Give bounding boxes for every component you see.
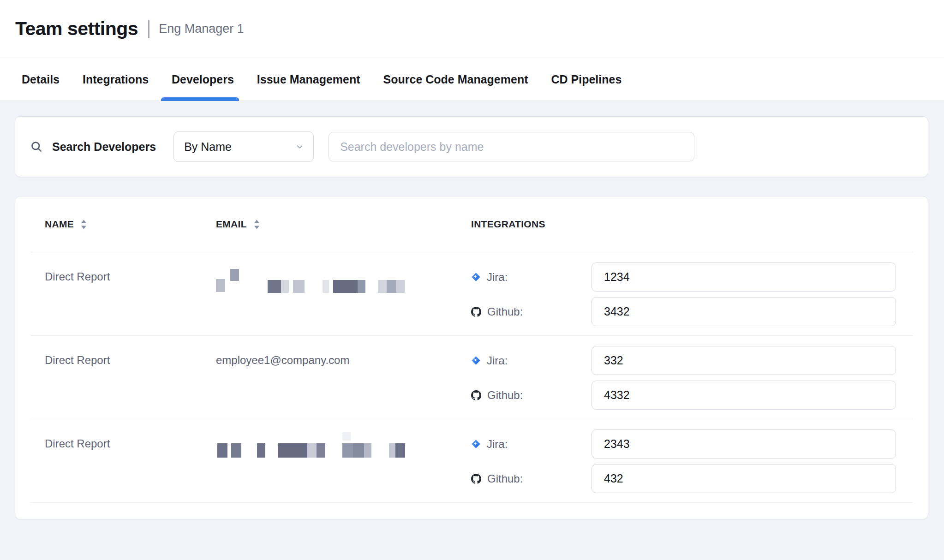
- jira-field-row: Jira:: [471, 262, 896, 292]
- jira-id-input[interactable]: [591, 429, 896, 459]
- tab-details[interactable]: Details: [10, 58, 71, 101]
- redacted-email: [216, 437, 410, 463]
- jira-icon: [471, 439, 481, 449]
- column-header-email-label: EMAIL: [216, 219, 247, 230]
- tab-source-code-management[interactable]: Source Code Management: [372, 58, 540, 101]
- github-id-input[interactable]: [591, 464, 896, 493]
- developer-name: Direct Report: [30, 262, 202, 326]
- developer-email: [202, 262, 457, 326]
- title-separator: [148, 20, 149, 38]
- filter-select-value: By Name: [184, 140, 232, 154]
- table-row: Direct Report Jira:: [30, 252, 913, 336]
- search-panel: Search Developers By Name: [15, 116, 928, 177]
- tab-issue-management[interactable]: Issue Management: [245, 58, 372, 101]
- github-label: Github:: [471, 305, 591, 318]
- jira-icon: [471, 272, 481, 282]
- page-header: Team settings Eng Manager 1: [0, 0, 944, 58]
- jira-icon: [471, 356, 481, 365]
- column-header-name-label: NAME: [45, 219, 74, 230]
- jira-id-input[interactable]: [591, 346, 896, 375]
- page-title: Team settings: [15, 18, 138, 40]
- search-icon: [30, 140, 43, 153]
- sort-icon[interactable]: [81, 219, 87, 230]
- column-header-email: EMAIL: [202, 219, 457, 230]
- integrations-cell: Jira: Github:: [457, 346, 913, 410]
- filter-select[interactable]: By Name: [173, 131, 314, 162]
- jira-label: Jira:: [471, 354, 591, 367]
- column-header-integrations: INTEGRATIONS: [457, 219, 913, 230]
- github-field-row: Github:: [471, 464, 896, 493]
- team-name: Eng Manager 1: [159, 22, 244, 36]
- github-label: Github:: [471, 472, 591, 485]
- github-id-input[interactable]: [591, 297, 896, 326]
- redacted-email: [216, 270, 410, 296]
- tab-developers[interactable]: Developers: [160, 58, 245, 101]
- github-id-input[interactable]: [591, 381, 896, 410]
- developer-name: Direct Report: [30, 346, 202, 410]
- integrations-cell: Jira: Github:: [457, 262, 913, 326]
- jira-label: Jira:: [471, 271, 591, 284]
- github-field-row: Github:: [471, 297, 896, 326]
- developers-table: NAME EMAIL INTEGRATIONS: [15, 196, 928, 519]
- jira-field-row: Jira:: [471, 346, 896, 375]
- jira-field-row: Jira:: [471, 429, 896, 459]
- main-content: Search Developers By Name NAME: [0, 101, 944, 519]
- search-label: Search Developers: [52, 140, 156, 154]
- tab-integrations[interactable]: Integrations: [71, 58, 160, 101]
- table-row: Direct Report employee1@company.com Jira…: [30, 336, 913, 419]
- developer-name: Direct Report: [30, 429, 202, 493]
- developer-email: [202, 429, 457, 493]
- column-header-integrations-label: INTEGRATIONS: [471, 219, 545, 230]
- tab-cd-pipelines[interactable]: CD Pipelines: [540, 58, 633, 101]
- github-icon: [471, 307, 481, 317]
- github-icon: [471, 474, 481, 484]
- tab-bar: Details Integrations Developers Issue Ma…: [0, 58, 944, 101]
- jira-id-input[interactable]: [591, 262, 896, 292]
- search-input[interactable]: [329, 132, 694, 161]
- sort-icon[interactable]: [254, 219, 260, 230]
- github-field-row: Github:: [471, 381, 896, 410]
- table-row: Direct Report Jira:: [30, 419, 913, 503]
- integrations-cell: Jira: Github:: [457, 429, 913, 493]
- table-header-row: NAME EMAIL INTEGRATIONS: [30, 197, 913, 252]
- jira-label: Jira:: [471, 438, 591, 451]
- column-header-name: NAME: [30, 219, 202, 230]
- github-label: Github:: [471, 389, 591, 402]
- chevron-down-icon: [295, 143, 304, 151]
- developer-email: employee1@company.com: [202, 346, 457, 410]
- github-icon: [471, 390, 481, 400]
